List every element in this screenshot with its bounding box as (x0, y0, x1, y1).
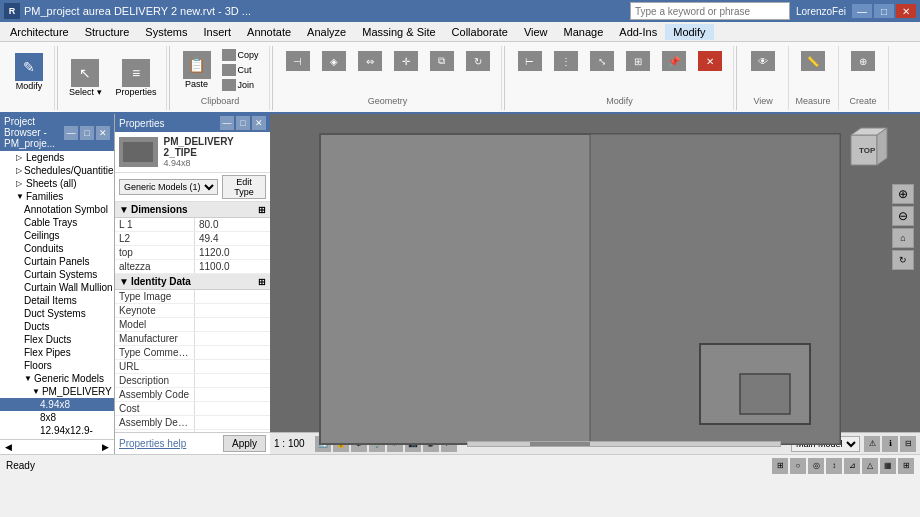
dimensions-section[interactable]: ▼ Dimensions ⊞ (115, 202, 270, 218)
prop-val-model[interactable] (195, 318, 270, 331)
tree-sheets[interactable]: ▷Sheets (all) (0, 177, 114, 190)
tree-flex-pipes[interactable]: Flex Pipes (0, 346, 114, 359)
status-icon-1[interactable]: ⊞ (772, 458, 788, 474)
menu-structure[interactable]: Structure (77, 24, 138, 40)
tree-ceilings[interactable]: Ceilings (0, 229, 114, 242)
apply-button[interactable]: Apply (223, 435, 266, 452)
paste-button[interactable]: 📋 Paste (178, 48, 216, 92)
tree-cable[interactable]: Cable Trays (0, 216, 114, 229)
browser-minimize[interactable]: — (64, 126, 78, 140)
array-button[interactable]: ⊞ (621, 48, 655, 74)
tree-item-8x8[interactable]: 8x8 (0, 411, 114, 424)
project-browser-header[interactable]: Project Browser - PM_proje... — □ ✕ (0, 114, 114, 151)
move-button[interactable]: ✛ (389, 48, 423, 74)
close-button[interactable]: ✕ (896, 4, 916, 18)
tree-item-4.94x8[interactable]: 4.94x8 (0, 398, 114, 411)
edit-type-button[interactable]: Edit Type (222, 175, 266, 199)
align-button[interactable]: ⊣ (281, 48, 315, 74)
menu-view[interactable]: View (516, 24, 556, 40)
prop-val-manufacturer[interactable] (195, 332, 270, 345)
prop-val-top[interactable]: 1120.0 (195, 246, 270, 259)
tree-mullion[interactable]: Curtain Wall Mullion (0, 281, 114, 294)
properties-help-link[interactable]: Properties help (119, 438, 186, 449)
status-icon-6[interactable]: △ (862, 458, 878, 474)
tree-generic[interactable]: ▼Generic Models (0, 372, 114, 385)
status-icon-7[interactable]: ▦ (880, 458, 896, 474)
menu-modify[interactable]: Modify (665, 24, 713, 40)
rotate-button[interactable]: ↻ (461, 48, 495, 74)
trim-button[interactable]: ⊢ (513, 48, 547, 74)
status-icon-2[interactable]: ○ (790, 458, 806, 474)
menu-annotate[interactable]: Annotate (239, 24, 299, 40)
browser-close[interactable]: ✕ (96, 126, 110, 140)
menu-insert[interactable]: Insert (196, 24, 240, 40)
create-btn[interactable]: ⊕ (846, 48, 880, 74)
status-icon-8[interactable]: ⊞ (898, 458, 914, 474)
copy-button[interactable]: Copy (218, 48, 263, 62)
prop-minimize[interactable]: — (220, 116, 234, 130)
tree-pm-delivery[interactable]: ▼PM_DELIVERY 2_TIP (0, 385, 114, 398)
tree-families[interactable]: ▼Families (0, 190, 114, 203)
tree-curtain-panels[interactable]: Curtain Panels (0, 255, 114, 268)
select-button[interactable]: ↖ Select ▾ (64, 56, 107, 100)
menu-manage[interactable]: Manage (556, 24, 612, 40)
split-button[interactable]: ⋮ (549, 48, 583, 74)
type-selector[interactable]: Generic Models (1) (119, 179, 218, 195)
prop-val-l2[interactable]: 49.4 (195, 232, 270, 245)
menu-massing[interactable]: Massing & Site (354, 24, 443, 40)
tree-annotation[interactable]: Annotation Symbol (0, 203, 114, 216)
prop-val-typeimage[interactable] (195, 290, 270, 303)
prop-val-typecomments[interactable] (195, 346, 270, 359)
prop-val-keynote[interactable] (195, 304, 270, 317)
menu-analyze[interactable]: Analyze (299, 24, 354, 40)
tree-conduits[interactable]: Conduits (0, 242, 114, 255)
tree-duct-sys[interactable]: Duct Systems (0, 307, 114, 320)
viewport-canvas[interactable]: TOP ⊕ ⊖ ⌂ ↻ (270, 114, 920, 432)
view-btn[interactable]: 👁 (746, 48, 780, 74)
modify-button[interactable]: ✎ Modify (10, 50, 48, 94)
cut-button[interactable]: Cut (218, 63, 263, 77)
status-icon-4[interactable]: ↕ (826, 458, 842, 474)
properties-button[interactable]: ≡ Properties (111, 56, 162, 100)
prop-val-assemblycode[interactable] (195, 388, 270, 401)
offset-button[interactable]: ◈ (317, 48, 351, 74)
measure-btn[interactable]: 📏 (796, 48, 830, 74)
tree-floors[interactable]: Floors (0, 359, 114, 372)
tree-schedules[interactable]: ▷Schedules/Quantitie (0, 164, 114, 177)
maximize-button[interactable]: □ (874, 4, 894, 18)
menu-collaborate[interactable]: Collaborate (444, 24, 516, 40)
tree-legends[interactable]: ▷Legends (0, 151, 114, 164)
status-icon-5[interactable]: ⊿ (844, 458, 860, 474)
prop-maximize[interactable]: □ (236, 116, 250, 130)
mirror-button[interactable]: ⇔ (353, 48, 387, 74)
prop-val-cost[interactable] (195, 402, 270, 415)
minimize-button[interactable]: — (852, 4, 872, 18)
tree-detail[interactable]: Detail Items (0, 294, 114, 307)
svg-rect-7 (740, 374, 790, 414)
prop-val-description[interactable] (195, 374, 270, 387)
tree-curtain-systems[interactable]: Curtain Systems (0, 268, 114, 281)
status-icon-3[interactable]: ◎ (808, 458, 824, 474)
title-search-input[interactable] (630, 2, 790, 20)
tree-item-12[interactable]: 12.94x12.9- (0, 424, 114, 437)
copy2-button[interactable]: ⧉ (425, 48, 459, 74)
prop-val-altezza[interactable]: 1100.0 (195, 260, 270, 273)
menu-architecture[interactable]: Architecture (2, 24, 77, 40)
join-button[interactable]: Join (218, 78, 263, 92)
menu-addins[interactable]: Add-Ins (611, 24, 665, 40)
scroll-right[interactable]: ▶ (98, 441, 113, 453)
prop-val-url[interactable] (195, 360, 270, 373)
scroll-track[interactable] (467, 441, 781, 447)
tree-ducts[interactable]: Ducts (0, 320, 114, 333)
tree-flex-ducts[interactable]: Flex Ducts (0, 333, 114, 346)
menu-systems[interactable]: Systems (137, 24, 195, 40)
delete-button[interactable]: ✕ (693, 48, 727, 74)
prop-val-assemblydesc[interactable] (195, 416, 270, 429)
pin-button[interactable]: 📌 (657, 48, 691, 74)
scroll-left[interactable]: ◀ (1, 441, 16, 453)
prop-close[interactable]: ✕ (252, 116, 266, 130)
identity-section[interactable]: ▼ Identity Data ⊞ (115, 274, 270, 290)
browser-maximize[interactable]: □ (80, 126, 94, 140)
prop-val-l1[interactable]: 80.0 (195, 218, 270, 231)
scale-button[interactable]: ⤡ (585, 48, 619, 74)
